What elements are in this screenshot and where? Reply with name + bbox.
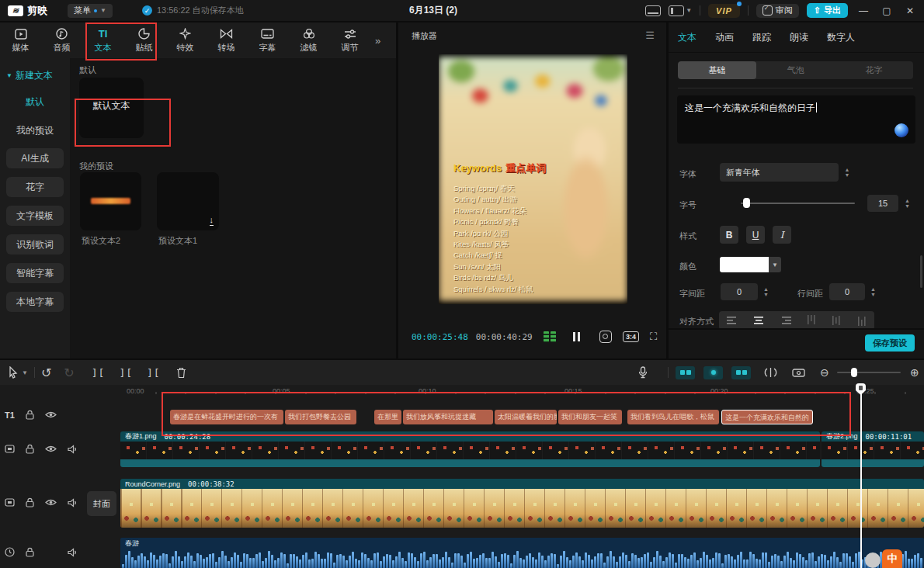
playhead-line[interactable] <box>860 385 862 568</box>
speaker-icon[interactable] <box>68 498 78 507</box>
cursor-mode-chevron[interactable]: ▼ <box>22 369 28 376</box>
performance-indicator-icon[interactable] <box>544 331 556 342</box>
inspector-scrollbar[interactable] <box>920 255 922 288</box>
vip-button[interactable]: VIP <box>708 4 740 18</box>
tab-tracking[interactable]: 跟踪 <box>752 31 771 44</box>
eye-icon[interactable] <box>45 445 57 453</box>
delete-button[interactable] <box>176 367 186 379</box>
valign-top-icon[interactable] <box>807 315 816 326</box>
bold-button[interactable]: B <box>720 226 738 244</box>
export-button[interactable]: ⇧ 导出 <box>807 3 848 18</box>
italic-button[interactable]: I <box>773 226 791 244</box>
lock-icon[interactable] <box>26 547 34 557</box>
undo-button[interactable]: ↺ <box>41 365 51 380</box>
subtab-basic[interactable]: 基础 <box>678 61 756 79</box>
tab-filters[interactable]: 滤镜 <box>288 27 329 54</box>
text-content-input[interactable]: 这是一个充满欢乐和自然的日子 <box>677 95 915 144</box>
delete-left-button[interactable]: ][ <box>119 367 133 379</box>
preview-quality-icon[interactable] <box>599 331 612 343</box>
tab-adjust[interactable]: 调节 <box>329 27 370 54</box>
select-cursor-icon[interactable] <box>8 366 19 379</box>
subtab-bubble[interactable]: 气泡 <box>756 61 835 79</box>
tab-digital-human[interactable]: 数字人 <box>827 31 855 44</box>
pause-button[interactable] <box>573 332 580 341</box>
cover-button[interactable]: 封面 <box>87 491 116 516</box>
tab-captions[interactable]: 字幕 <box>247 27 288 54</box>
eye-icon[interactable] <box>45 498 57 507</box>
save-preset-button[interactable]: 保存预设 <box>865 334 915 352</box>
zoom-in-icon[interactable]: ⊕ <box>910 366 919 379</box>
underline-button[interactable]: U <box>746 226 765 244</box>
letter-spacing-value[interactable]: 0 <box>721 283 758 300</box>
ribbon-expand-button[interactable]: » <box>375 35 380 47</box>
tab-read-aloud[interactable]: 朗读 <box>790 31 808 44</box>
font-select[interactable]: 新青年体 <box>720 163 839 182</box>
line-spacing-stepper[interactable]: ▲▼ <box>868 283 878 300</box>
valign-middle-icon[interactable] <box>832 315 841 326</box>
zoom-out-icon[interactable]: ⊖ <box>820 366 829 379</box>
tab-audio[interactable]: 音频 <box>41 27 82 54</box>
video-clip-1[interactable]: 春游1.png00:00:24:28 <box>120 431 820 467</box>
sidebar-item-auto-captions[interactable]: 智能字幕 <box>6 263 64 283</box>
font-stepper[interactable]: ▲▼ <box>842 163 853 182</box>
tab-transitions[interactable]: 转场 <box>206 27 247 54</box>
minimize-button[interactable]: — <box>856 5 871 16</box>
video-clip-2[interactable]: 春游2.png00:00:11:01 <box>822 431 924 467</box>
timeline-zoom-slider[interactable] <box>837 372 901 373</box>
aspect-ratio-button[interactable]: 3:4 <box>623 331 639 342</box>
speaker-icon[interactable] <box>68 548 78 557</box>
video-preview[interactable]: Keywords重点单词 Spring /sprɪŋ/ 春天Outing / a… <box>439 54 627 304</box>
sidebar-item-lyrics-recognition[interactable]: 识别歌词 <box>6 234 64 255</box>
close-button[interactable]: ✕ <box>902 5 918 16</box>
delete-right-button[interactable]: ][ <box>147 367 161 379</box>
record-voiceover-icon[interactable] <box>638 366 648 379</box>
size-slider-handle[interactable] <box>743 198 750 208</box>
fullscreen-icon[interactable]: ⛶ <box>650 331 657 343</box>
sidebar-item-text-templates[interactable]: 文字模板 <box>6 206 64 226</box>
size-value[interactable]: 15 <box>867 195 898 212</box>
layout-switch-icon[interactable]: ▼ <box>669 5 692 16</box>
review-button[interactable]: 审阅 <box>756 4 799 18</box>
audio-clip[interactable]: 春游 <box>120 538 924 568</box>
ime-lang-badge[interactable]: 中 <box>882 549 902 568</box>
ai-assistant-icon[interactable] <box>894 123 908 137</box>
speaker-icon[interactable] <box>68 445 78 454</box>
shortcut-keyboard-icon[interactable] <box>645 5 661 16</box>
lock-icon[interactable] <box>26 497 34 507</box>
preset-tile-1[interactable]: ↓ <box>157 172 219 230</box>
split-button[interactable]: ][ <box>92 367 106 379</box>
letter-spacing-stepper[interactable]: ▲▼ <box>761 283 771 300</box>
preset-tile-2[interactable] <box>80 172 141 230</box>
sidebar-item-ai-generate[interactable]: AI生成 <box>6 148 64 168</box>
sidebar-item-default[interactable]: 默认 <box>6 92 64 112</box>
sidebar-item-local-captions[interactable]: 本地字幕 <box>6 292 64 312</box>
tab-effects[interactable]: 特效 <box>165 27 206 54</box>
menu-button[interactable]: 菜单 ▼ <box>68 4 113 18</box>
magnetic-snap-toggle[interactable] <box>703 366 723 379</box>
sidebar-item-new-text[interactable]: ▼ 新建文本 <box>6 69 53 82</box>
lock-icon[interactable] <box>26 444 34 454</box>
size-stepper[interactable]: ▲▼ <box>902 195 912 212</box>
manual-beat-icon[interactable] <box>764 367 777 378</box>
color-dropdown-chevron[interactable]: ▼ <box>769 257 781 272</box>
player-menu-icon[interactable]: ☰ <box>645 29 655 41</box>
color-swatch[interactable] <box>720 257 769 272</box>
tab-media[interactable]: 媒体 <box>0 27 41 54</box>
tab-animation[interactable]: 动画 <box>715 31 734 44</box>
link-preview-toggle[interactable] <box>676 366 695 379</box>
preview-axis-icon[interactable] <box>792 368 805 378</box>
timeline-zoom-handle[interactable] <box>851 368 857 377</box>
line-spacing-value[interactable]: 0 <box>829 283 865 300</box>
linkage-toggle[interactable] <box>731 366 751 379</box>
sidebar-item-my-presets[interactable]: 我的预设 <box>6 120 64 140</box>
align-left-icon[interactable] <box>727 316 738 325</box>
maximize-button[interactable]: ▢ <box>879 5 894 16</box>
tab-text-settings[interactable]: 文本 <box>678 31 696 44</box>
sidebar-item-fancy-text[interactable]: 花字 <box>6 177 64 197</box>
align-center-icon[interactable] <box>753 316 764 325</box>
subtab-fancy[interactable]: 花字 <box>835 61 913 79</box>
size-slider[interactable] <box>741 203 855 204</box>
align-right-icon[interactable] <box>780 316 791 325</box>
valign-bottom-icon[interactable] <box>857 315 867 326</box>
redo-button[interactable]: ↻ <box>64 365 74 380</box>
